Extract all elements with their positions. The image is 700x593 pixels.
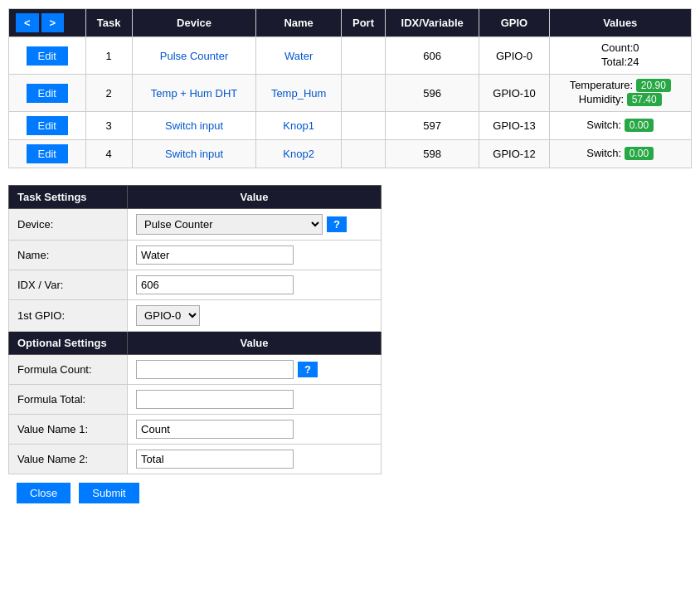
value-name1-row: Value Name 1: <box>9 415 382 445</box>
table-row: Edit 2 Temp + Hum DHT Temp_Hum 596 GPIO-… <box>9 75 692 112</box>
idx-row: IDX / Var: <box>9 270 382 300</box>
device-value-cell: Pulse Counter ? <box>128 209 382 241</box>
value-name2-label: Value Name 2: <box>9 445 128 474</box>
edit-button-1[interactable]: Edit <box>27 46 68 66</box>
gpio-cell: GPIO-0 <box>479 37 549 75</box>
edit-cell: Edit <box>9 75 86 112</box>
value-name2-row: Value Name 2: <box>9 445 382 474</box>
gpio-row: 1st GPIO: GPIO-0 GPIO-1 GPIO-2 GPIO-3 GP… <box>9 300 382 332</box>
value-humidity: Humidity: 57.40 <box>557 93 685 105</box>
optional-settings-value-label: Value <box>128 332 382 355</box>
formula-count-cell: ? <box>128 355 382 385</box>
gpio-cell: GPIO-12 <box>479 140 549 168</box>
task-name[interactable]: Temp_Hum <box>256 75 342 112</box>
bottom-buttons: Close Submit <box>8 474 382 512</box>
close-button[interactable]: Close <box>17 483 70 503</box>
submit-button[interactable]: Submit <box>79 483 139 503</box>
humidity-value: 57.40 <box>627 93 662 106</box>
device-name[interactable]: Switch input <box>132 112 255 140</box>
value-name2-cell <box>128 445 382 474</box>
value-total: Total:24 <box>557 56 685 68</box>
task-settings-header: Task Settings Value <box>9 186 382 209</box>
idx-cell: 597 <box>385 112 479 140</box>
formula-count-row: Formula Count: ? <box>9 355 382 385</box>
edit-cell: Edit <box>9 112 86 140</box>
edit-cell: Edit <box>9 37 86 75</box>
idx-cell: 596 <box>385 75 479 112</box>
temp-value: 20.90 <box>636 79 671 92</box>
gpio-cell: GPIO-13 <box>479 112 549 140</box>
optional-settings-header: Optional Settings Value <box>9 332 382 355</box>
col-device: Device <box>132 9 255 37</box>
port-cell <box>342 75 386 112</box>
task-settings-label: Task Settings <box>9 186 128 209</box>
switch-value: 0.00 <box>625 147 654 160</box>
device-row: Device: Pulse Counter ? <box>9 209 382 241</box>
formula-total-input[interactable] <box>136 390 294 409</box>
values-cell: Switch: 0.00 <box>549 112 692 140</box>
gpio-select[interactable]: GPIO-0 GPIO-1 GPIO-2 GPIO-3 GPIO-4 GPIO-… <box>136 305 200 326</box>
device-select[interactable]: Pulse Counter <box>136 214 323 235</box>
value-temperature: Temperature: 20.90 <box>557 79 685 91</box>
gpio-value-cell: GPIO-0 GPIO-1 GPIO-2 GPIO-3 GPIO-4 GPIO-… <box>128 300 382 332</box>
task-name[interactable]: Knop2 <box>256 140 342 168</box>
task-name[interactable]: Water <box>256 37 342 75</box>
edit-button-4[interactable]: Edit <box>27 144 68 163</box>
value-count: Count:0 <box>557 41 685 54</box>
name-label: Name: <box>9 241 128 270</box>
nav-cell: < > <box>9 9 86 37</box>
task-table: < > Task Device Name Port IDX/Variable G… <box>8 8 692 168</box>
idx-label: IDX / Var: <box>9 270 128 300</box>
task-number: 4 <box>85 140 132 168</box>
settings-table: Task Settings Value Device: Pulse Counte… <box>8 185 382 474</box>
task-settings-value-label: Value <box>128 186 382 209</box>
task-number: 1 <box>85 37 132 75</box>
col-values: Values <box>549 9 692 37</box>
device-name[interactable]: Switch input <box>132 140 255 168</box>
task-number: 3 <box>85 112 132 140</box>
name-row: Name: <box>9 241 382 270</box>
name-input[interactable] <box>136 245 294 265</box>
port-cell <box>342 37 386 75</box>
table-row: Edit 4 Switch input Knop2 598 GPIO-12 Sw… <box>9 140 692 168</box>
table-row: Edit 3 Switch input Knop1 597 GPIO-13 Sw… <box>9 112 692 140</box>
idx-cell: 598 <box>385 140 479 168</box>
port-cell <box>342 140 386 168</box>
settings-container: Task Settings Value Device: Pulse Counte… <box>8 185 382 512</box>
device-name[interactable]: Temp + Hum DHT <box>132 75 255 112</box>
task-name[interactable]: Knop1 <box>256 112 342 140</box>
name-value-cell <box>128 241 382 270</box>
gpio-cell: GPIO-10 <box>479 75 549 112</box>
values-cell: Switch: 0.00 <box>549 140 692 168</box>
formula-count-input[interactable] <box>136 360 294 379</box>
gpio-label: 1st GPIO: <box>9 300 128 332</box>
formula-total-cell <box>128 385 382 415</box>
formula-count-label: Formula Count: <box>9 355 128 385</box>
value-name1-label: Value Name 1: <box>9 415 128 445</box>
formula-total-row: Formula Total: <box>9 385 382 415</box>
optional-settings-label: Optional Settings <box>9 332 128 355</box>
port-cell <box>342 112 386 140</box>
idx-input[interactable] <box>136 275 294 294</box>
edit-button-3[interactable]: Edit <box>27 116 68 135</box>
device-label: Device: <box>9 209 128 241</box>
value-name1-cell <box>128 415 382 445</box>
edit-cell: Edit <box>9 140 86 168</box>
value-name2-input[interactable] <box>136 450 294 469</box>
formula-total-label: Formula Total: <box>9 385 128 415</box>
next-button[interactable]: > <box>41 13 65 32</box>
formula-count-help-button[interactable]: ? <box>298 362 318 377</box>
col-task: Task <box>85 9 132 37</box>
value-name1-input[interactable] <box>136 420 294 439</box>
value-switch: Switch: 0.00 <box>557 147 685 159</box>
values-cell: Count:0 Total:24 <box>549 37 692 75</box>
prev-button[interactable]: < <box>16 13 39 32</box>
col-name: Name <box>256 9 342 37</box>
edit-button-2[interactable]: Edit <box>27 84 68 103</box>
col-gpio: GPIO <box>479 9 549 37</box>
col-port: Port <box>342 9 386 37</box>
device-help-button[interactable]: ? <box>327 216 347 232</box>
device-name[interactable]: Pulse Counter <box>132 37 255 75</box>
switch-value: 0.00 <box>625 119 654 132</box>
idx-value-cell <box>128 270 382 300</box>
